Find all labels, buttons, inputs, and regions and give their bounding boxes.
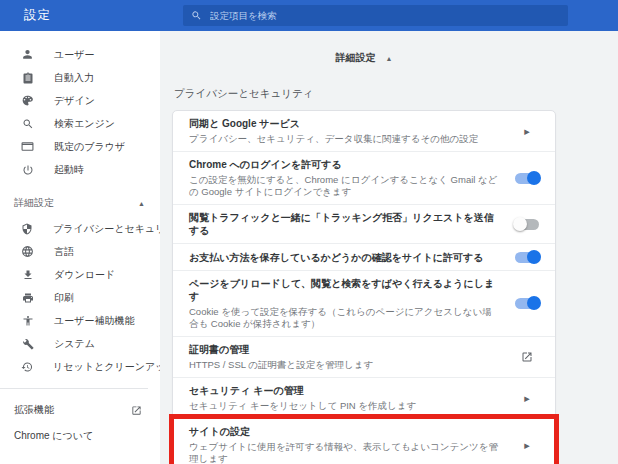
sidebar-item-autofill[interactable]: 自動入力 bbox=[0, 66, 160, 89]
sidebar-item-reset[interactable]: リセットとクリーンアップ bbox=[0, 355, 160, 378]
shield-icon bbox=[21, 222, 33, 235]
toggle-on[interactable] bbox=[515, 173, 539, 184]
sidebar-item-label: システム bbox=[54, 337, 95, 351]
subpage-arrow-icon: ▸ bbox=[524, 393, 530, 404]
sidebar-item-label: 既定のブラウザ bbox=[54, 140, 125, 154]
sidebar-item-label: デザイン bbox=[54, 94, 95, 108]
subpage-arrow-icon: ▸ bbox=[524, 126, 530, 137]
sidebar-item-system[interactable]: システム bbox=[0, 332, 160, 355]
row-manage-certificates[interactable]: 証明書の管理 HTTPS / SSL の証明書と設定を管理します bbox=[173, 336, 555, 377]
sidebar: ユーザー 自動入力 デザイン 検索エンジン 既定のブラウザ bbox=[0, 31, 160, 464]
sidebar-item-label: 言語 bbox=[54, 245, 74, 259]
toggle-knob bbox=[527, 171, 541, 185]
advanced-settings-toggle[interactable]: 詳細設定 ▲ bbox=[172, 43, 556, 73]
sidebar-item-label: 印刷 bbox=[54, 291, 74, 305]
page-title: 設定 bbox=[0, 7, 51, 24]
search-icon bbox=[21, 117, 34, 130]
toggle-on[interactable] bbox=[515, 298, 539, 309]
subpage-arrow-icon: ▸ bbox=[524, 440, 530, 451]
power-icon bbox=[21, 163, 34, 176]
autofill-icon bbox=[21, 71, 34, 84]
external-link-icon bbox=[521, 351, 533, 363]
sidebar-item-default-browser[interactable]: 既定のブラウザ bbox=[0, 135, 160, 158]
sidebar-item-label: 検索エンジン bbox=[54, 117, 115, 131]
wrench-icon bbox=[21, 337, 34, 350]
palette-icon bbox=[21, 94, 34, 107]
sidebar-item-privacy[interactable]: プライバシーとセキュリティ bbox=[0, 217, 160, 240]
privacy-settings-card: 同期と Google サービス プライバシー、セキュリティ、データ収集に関連する… bbox=[172, 110, 556, 464]
toggle-knob bbox=[527, 250, 541, 264]
sidebar-item-appearance[interactable]: デザイン bbox=[0, 89, 160, 112]
sidebar-item-accessibility[interactable]: ユーザー補助機能 bbox=[0, 309, 160, 332]
app-header: 設定 bbox=[0, 0, 618, 31]
sidebar-item-label: ユーザー bbox=[54, 48, 94, 62]
row-site-settings[interactable]: サイトの設定 ウェブサイトに使用を許可する情報や、表示してもよいコンテンツを管理… bbox=[173, 418, 555, 464]
external-link-icon bbox=[131, 405, 142, 416]
sidebar-item-on-startup[interactable]: 起動時 bbox=[0, 158, 160, 181]
accessibility-icon bbox=[21, 314, 34, 327]
sidebar-item-people[interactable]: ユーザー bbox=[0, 43, 160, 66]
sidebar-item-printing[interactable]: 印刷 bbox=[0, 286, 160, 309]
sidebar-item-downloads[interactable]: ダウンロード bbox=[0, 263, 160, 286]
row-sync-google-services[interactable]: 同期と Google サービス プライバシー、セキュリティ、データ収集に関連する… bbox=[173, 111, 555, 151]
toggle-off[interactable] bbox=[515, 219, 539, 230]
sidebar-item-label: 自動入力 bbox=[54, 71, 94, 85]
person-icon bbox=[21, 48, 34, 61]
settings-search-box[interactable] bbox=[183, 5, 568, 26]
row-payment-methods-check[interactable]: お支払い方法を保存しているかどうかの確認をサイトに許可する bbox=[173, 243, 555, 270]
search-icon bbox=[191, 10, 202, 21]
caret-up-icon: ▲ bbox=[386, 55, 393, 62]
toggle-knob bbox=[527, 296, 541, 310]
row-manage-security-keys[interactable]: セキュリティ キーの管理 セキュリティ キーをリセットして PIN を作成します… bbox=[173, 377, 555, 418]
toggle-knob bbox=[513, 217, 527, 231]
reset-icon bbox=[21, 360, 33, 373]
sidebar-advanced-toggle[interactable]: 詳細設定 ▲ bbox=[0, 189, 160, 217]
globe-icon bbox=[21, 245, 34, 258]
browser-icon bbox=[21, 140, 34, 153]
printer-icon bbox=[21, 291, 34, 304]
download-icon bbox=[21, 268, 34, 281]
row-do-not-track[interactable]: 閲覧トラフィックと一緒に「トラッキング拒否」リクエストを送信する bbox=[173, 204, 555, 243]
toggle-on[interactable] bbox=[515, 252, 539, 263]
sidebar-item-languages[interactable]: 言語 bbox=[0, 240, 160, 263]
sidebar-item-about-chrome[interactable]: Chrome について bbox=[0, 423, 160, 449]
sidebar-item-search-engine[interactable]: 検索エンジン bbox=[0, 112, 160, 135]
section-title-privacy: プライバシーとセキュリティ bbox=[174, 87, 618, 101]
row-preload-pages[interactable]: ページをプリロードして、閲覧と検索をすばやく行えるようにします Cookie を… bbox=[173, 270, 555, 336]
settings-content: 詳細設定 ▲ プライバシーとセキュリティ 同期と Google サービス プライ… bbox=[160, 31, 618, 464]
sidebar-item-extensions[interactable]: 拡張機能 bbox=[0, 397, 160, 423]
row-allow-chrome-signin[interactable]: Chrome へのログインを許可する この設定を無効にすると、Chrome にロ… bbox=[173, 151, 555, 204]
search-input[interactable] bbox=[210, 10, 560, 21]
sidebar-item-label: 起動時 bbox=[54, 163, 84, 177]
sidebar-divider bbox=[0, 388, 148, 389]
caret-up-icon: ▲ bbox=[138, 200, 145, 207]
sidebar-item-label: リセットとクリーンアップ bbox=[53, 360, 176, 374]
sidebar-item-label: ダウンロード bbox=[54, 268, 115, 282]
sidebar-item-label: ユーザー補助機能 bbox=[54, 314, 134, 328]
